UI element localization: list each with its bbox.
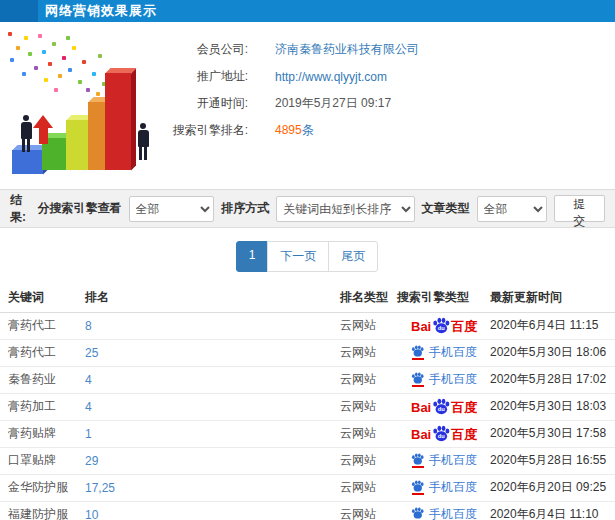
company-label: 会员公司: xyxy=(168,41,248,58)
svg-text:du: du xyxy=(438,325,446,331)
rank-type: 云网站 xyxy=(340,453,376,467)
baidu-paw-icon: du xyxy=(432,398,450,415)
header-engine-type: 搜索引擎类型 xyxy=(397,284,490,312)
red-underline xyxy=(412,358,424,360)
header-keyword: 关键词 xyxy=(0,284,85,312)
company-link[interactable]: 济南秦鲁药业科技有限公司 xyxy=(275,41,419,58)
mobile-baidu-label: 手机百度 xyxy=(429,344,477,361)
results-table: 关键词 排名 排名类型 搜索引擎类型 最新更新时间 膏药代工 8 云网站 Bai xyxy=(0,284,615,520)
info-row-rank-count: 搜索引擎排名: 4895条 xyxy=(168,117,419,144)
open-time-label: 开通时间: xyxy=(168,95,248,112)
svg-text:du: du xyxy=(438,406,446,412)
rank-link[interactable]: 4 xyxy=(85,373,92,387)
filter-bar: 结果: 分搜索引擎查看 全部 排序方式 关键词由短到长排序 文章类型 全部 提交 xyxy=(0,189,615,228)
engine-filter-label: 分搜索引擎查看 xyxy=(38,200,122,217)
updated-time: 2020年6月4日 11:10 xyxy=(490,507,599,520)
updated-time: 2020年5月30日 17:58 xyxy=(490,426,606,440)
updated-time: 2020年5月30日 18:03 xyxy=(490,399,606,413)
keyword: 膏药加工 xyxy=(8,399,56,413)
info-row-url: 推广地址: http://www.qlyyjt.com xyxy=(168,63,419,90)
pagination: 1 下一页 尾页 xyxy=(237,241,379,272)
baidu-paw-icon xyxy=(411,345,424,357)
rank-link[interactable]: 8 xyxy=(85,319,92,333)
rank-type: 云网站 xyxy=(340,372,376,386)
info-row-open-time: 开通时间: 2019年5月27日 09:17 xyxy=(168,90,419,117)
mobile-baidu-logo: 手机百度 xyxy=(411,371,477,388)
rank-link[interactable]: 17,25 xyxy=(85,481,115,495)
rank-link[interactable]: 25 xyxy=(85,346,98,360)
promo-url-link[interactable]: http://www.qlyyjt.com xyxy=(275,70,387,84)
mobile-baidu-logo: 手机百度 xyxy=(411,452,477,469)
next-page-button[interactable]: 下一页 xyxy=(267,241,329,272)
top-section: 会员公司: 济南秦鲁药业科技有限公司 推广地址: http://www.qlyy… xyxy=(0,22,615,189)
article-type-label: 文章类型 xyxy=(422,200,470,217)
last-page-button[interactable]: 尾页 xyxy=(328,241,378,272)
keyword: 膏药代工 xyxy=(8,345,56,359)
keyword: 金华防护服 xyxy=(8,480,68,494)
table-row: 膏药代工 8 云网站 Bai du 百度 2020年6 xyxy=(0,312,615,339)
titlebar-left-accent xyxy=(0,0,38,22)
keyword: 口罩贴牌 xyxy=(8,453,56,467)
header-rank-type: 排名类型 xyxy=(340,284,397,312)
rank-link[interactable]: 1 xyxy=(85,427,92,441)
baidu-paw-icon xyxy=(411,372,424,384)
mobile-baidu-label: 手机百度 xyxy=(429,371,477,388)
sort-label: 排序方式 xyxy=(221,200,269,217)
article-type-select[interactable]: 全部 xyxy=(477,196,547,222)
header-updated: 最新更新时间 xyxy=(490,284,615,312)
red-underline xyxy=(412,385,424,387)
baidu-paw-icon: du xyxy=(432,317,450,334)
table-header-row: 关键词 排名 排名类型 搜索引擎类型 最新更新时间 xyxy=(0,284,615,312)
rank-type: 云网站 xyxy=(340,507,376,520)
updated-time: 2020年6月20日 09:25 xyxy=(490,480,606,494)
mobile-baidu-label: 手机百度 xyxy=(429,452,477,469)
rank-count-unit: 条 xyxy=(302,123,314,137)
rank-link[interactable]: 4 xyxy=(85,400,92,414)
filter-controls: 分搜索引擎查看 全部 排序方式 关键词由短到长排序 文章类型 全部 提交 xyxy=(38,195,605,222)
rank-link[interactable]: 29 xyxy=(85,454,98,468)
growth-arrow-icon xyxy=(33,115,53,144)
keyword: 膏药贴牌 xyxy=(8,426,56,440)
baidu-logo: Bai du 百度 xyxy=(411,317,477,334)
mobile-baidu-label: 手机百度 xyxy=(429,479,477,496)
keyword: 福建防护服 xyxy=(8,507,68,520)
baidu-paw-icon xyxy=(411,453,424,465)
member-info-panel: 会员公司: 济南秦鲁药业科技有限公司 推广地址: http://www.qlyy… xyxy=(168,36,419,144)
businessman-figure-right xyxy=(136,123,150,160)
titlebar: 网络营销效果展示 xyxy=(0,0,615,22)
baidu-paw-icon: du xyxy=(432,425,450,442)
businessman-figure-left xyxy=(19,115,33,152)
page-1-button[interactable]: 1 xyxy=(236,241,269,272)
baidu-logo: Bai du 百度 xyxy=(411,398,477,415)
mobile-baidu-logo: 手机百度 xyxy=(411,506,477,520)
bar-red xyxy=(105,73,131,170)
sort-select[interactable]: 关键词由短到长排序 xyxy=(276,196,414,222)
submit-button[interactable]: 提交 xyxy=(554,195,605,222)
table-row: 金华防护服 17,25 云网站 手机百度 2020年6月20日 09:25 xyxy=(0,474,615,501)
table-row: 膏药贴牌 1 云网站 Bai du 百度 2020年5 xyxy=(0,420,615,447)
marketing-effect-page: 网络营销效果展示 会员公司: 济南秦鲁药业科技有限公司 xyxy=(0,0,615,520)
confetti-decoration xyxy=(8,32,12,36)
info-row-company: 会员公司: 济南秦鲁药业科技有限公司 xyxy=(168,36,419,63)
engine-filter-select[interactable]: 全部 xyxy=(129,196,215,222)
mobile-baidu-label: 手机百度 xyxy=(429,506,477,520)
rank-link[interactable]: 10 xyxy=(85,508,98,520)
bar-blue xyxy=(12,150,43,174)
updated-time: 2020年5月30日 18:06 xyxy=(490,345,606,359)
rank-count-value: 4895条 xyxy=(275,122,314,139)
table-row: 福建防护服 10 云网站 手机百度 2020年6月4日 11:10 xyxy=(0,501,615,520)
rank-count-number: 4895 xyxy=(275,123,302,137)
baidu-paw-icon xyxy=(411,507,424,519)
header-rank: 排名 xyxy=(85,284,340,312)
bar-chart-illustration xyxy=(0,28,175,186)
updated-time: 2020年5月28日 17:02 xyxy=(490,372,606,386)
table-row: 秦鲁药业 4 云网站 手机百度 2020年5月28日 17:02 xyxy=(0,366,615,393)
results-section-label: 结果: xyxy=(10,192,38,226)
rank-type: 云网站 xyxy=(340,426,376,440)
red-underline xyxy=(412,466,424,468)
rank-type: 云网站 xyxy=(340,345,376,359)
table-row: 膏药代工 25 云网站 手机百度 2020年5月30日 18:06 xyxy=(0,339,615,366)
baidu-logo: Bai du 百度 xyxy=(411,425,477,442)
page-title: 网络营销效果展示 xyxy=(45,0,157,22)
pagination-wrap: 1 下一页 尾页 xyxy=(0,228,615,284)
